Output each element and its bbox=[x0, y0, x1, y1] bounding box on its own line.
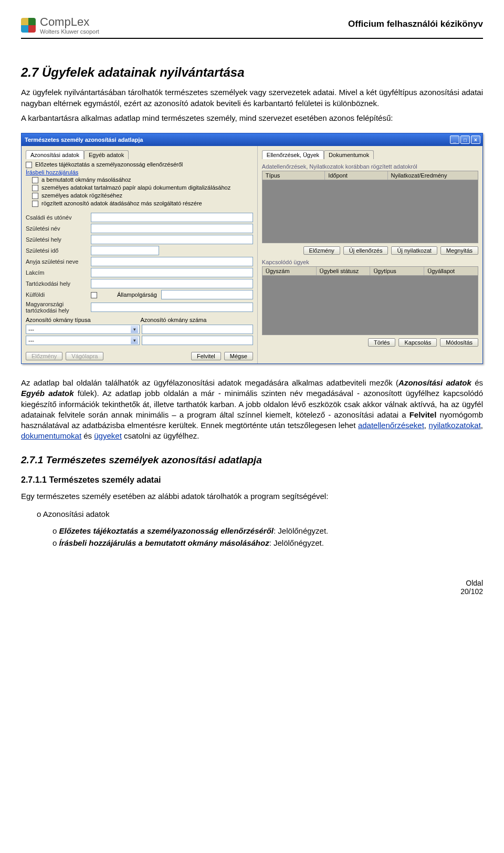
link-ugyeket[interactable]: ügyeket bbox=[94, 431, 122, 440]
txt: , bbox=[481, 421, 483, 430]
input-lakcim[interactable] bbox=[91, 268, 253, 277]
bullet-elozetes: Előzetes tájékoztatás a személyazonosság… bbox=[52, 526, 483, 535]
dd-okmanytipus-1[interactable]: ---▾ bbox=[26, 325, 140, 334]
txt-bold: Írásbeli hozzájárulás a bemutatott okmán… bbox=[59, 538, 269, 547]
sec27-p2: A karbantartásra alkalmas adatlap mind t… bbox=[21, 113, 483, 123]
tab-ellenorzesek[interactable]: Ellenőrzések, Ügyek bbox=[262, 150, 324, 159]
txt: Az adatlap bal oldalán találhatók az ügy… bbox=[21, 378, 398, 387]
chk4-label: rögzített azonosító adatok átadásához má… bbox=[41, 200, 202, 206]
page-header: CompLex Wolters Kluwer csoport Officium … bbox=[21, 16, 483, 39]
col-tipus[interactable]: Típus bbox=[262, 171, 325, 180]
page-footer: Oldal 20/102 bbox=[21, 579, 483, 596]
input-allampolg[interactable] bbox=[161, 290, 253, 299]
lbl-magytart: Magyarországi tartózkodási hely bbox=[26, 301, 89, 314]
chk-digitalizalas[interactable] bbox=[32, 185, 38, 191]
col-idopont[interactable]: Időpont bbox=[325, 171, 387, 180]
lbl-allampolg: Állampolgárság bbox=[117, 292, 159, 298]
chk-elozetes[interactable] bbox=[26, 162, 32, 168]
col-ugyszam[interactable]: Ügyszám bbox=[262, 267, 317, 275]
col-ugyallapot[interactable]: Ügyállapot bbox=[424, 267, 478, 275]
link-irasbeli[interactable]: Írásbeli hozzájárulás bbox=[26, 169, 253, 175]
lbl-szulhely: Születési hely bbox=[26, 236, 89, 243]
btn-elozmeny-left[interactable]: Előzmény bbox=[26, 352, 62, 360]
right-pane: Ellenőrzések, Ügyek Dokumentumok Adatell… bbox=[258, 146, 482, 363]
grid2-body[interactable] bbox=[262, 276, 478, 335]
footer-pagenum: 20/102 bbox=[21, 587, 483, 596]
link-nyilatkozatokat[interactable]: nyilatkozatokat bbox=[429, 421, 481, 430]
chevron-down-icon: ▾ bbox=[131, 326, 138, 333]
maximize-icon[interactable]: □ bbox=[460, 136, 470, 144]
section-2-7-1-title: 2.7.1 Természetes személyek azonosítási … bbox=[21, 454, 483, 466]
btn-elozmeny-right[interactable]: Előzmény bbox=[303, 246, 340, 255]
lbl-csaladi: Családi és utónév bbox=[26, 214, 89, 221]
complex-logo-icon bbox=[21, 18, 36, 33]
txt: : Jelölőnégyzet. bbox=[269, 538, 324, 547]
link-dokumentumokat[interactable]: dokumentumokat bbox=[21, 431, 81, 440]
xp-window: Természetes személy azonosítási adatlapj… bbox=[21, 133, 483, 364]
chk-rogzites[interactable] bbox=[32, 193, 38, 199]
col-ugytipus[interactable]: Ügytípus bbox=[370, 267, 424, 275]
minimize-icon[interactable]: _ bbox=[450, 136, 459, 144]
txt-bold: Azonosítási adatok bbox=[398, 378, 471, 387]
input-csaladi[interactable] bbox=[91, 213, 253, 222]
input-okmanyszam-1[interactable] bbox=[142, 325, 253, 334]
window-title: Természetes személy azonosítási adatlapj… bbox=[25, 137, 143, 143]
txt-bold: Felvitel bbox=[410, 410, 437, 419]
btn-modositas[interactable]: Módosítás bbox=[440, 338, 478, 347]
lbl-okmanytipus: Azonosító okmány típusa bbox=[26, 317, 138, 323]
grid1-body[interactable] bbox=[262, 180, 478, 243]
col-ugybeli[interactable]: Ügybeli státusz bbox=[317, 267, 371, 275]
window-titlebar[interactable]: Természetes személy azonosítási adatlapj… bbox=[22, 133, 482, 146]
left-footer: Előzmény Vágólapra Felvitel Mégse bbox=[26, 352, 253, 360]
btn-uj-ellenorzes[interactable]: Új ellenőrzés bbox=[343, 246, 388, 255]
grid1-head: Típus Időpont Nyilatkozat/Eredmény bbox=[262, 171, 478, 180]
input-szulnev[interactable] bbox=[91, 224, 253, 233]
btn-torles[interactable]: Törlés bbox=[368, 338, 396, 347]
dd-val-2: --- bbox=[28, 337, 34, 344]
col-nyilatkozat[interactable]: Nyilatkozat/Eredmény bbox=[388, 171, 478, 180]
input-magytart[interactable] bbox=[91, 303, 253, 312]
tab-egyeb[interactable]: Egyéb adatok bbox=[84, 150, 129, 159]
input-szulhely[interactable] bbox=[91, 235, 253, 244]
logo-block: CompLex Wolters Kluwer csoport bbox=[21, 16, 99, 35]
btn-kapcsolas[interactable]: Kapcsolás bbox=[398, 338, 437, 347]
btn-megse[interactable]: Mégse bbox=[224, 352, 253, 360]
chk-okm-masolas[interactable] bbox=[32, 177, 38, 183]
input-szulido[interactable] bbox=[91, 246, 159, 255]
logo-sub: Wolters Kluwer csoport bbox=[40, 28, 99, 35]
input-tart[interactable] bbox=[91, 279, 253, 288]
lbl-szulido: Születési idő bbox=[26, 247, 89, 254]
txt-bold: Egyéb adatok bbox=[21, 389, 74, 398]
lbl-anyja: Anyja születési neve bbox=[26, 258, 89, 265]
chk-atadas[interactable] bbox=[32, 201, 38, 207]
grid2-head: Ügyszám Ügybeli státusz Ügytípus Ügyálla… bbox=[262, 266, 478, 276]
lbl-szulnev: Születési név bbox=[26, 225, 89, 232]
chk-elozetes-label: Előzetes tájékoztatás a személyazonosság… bbox=[35, 161, 183, 168]
logo-main: CompLex bbox=[40, 16, 99, 28]
txt: csatolni az ügyfélhez. bbox=[122, 431, 200, 440]
btn-vagolapra[interactable]: Vágólapra bbox=[66, 352, 103, 360]
section-2-7-title: 2.7 Ügyfelek adatainak nyilvántartása bbox=[21, 65, 483, 80]
link-adatellenorzeseket[interactable]: adatellenőrzéseket bbox=[358, 421, 424, 430]
txt: és bbox=[81, 431, 94, 440]
dd-okmanytipus-2[interactable]: ---▾ bbox=[26, 336, 140, 345]
lbl-okmanyszama: Azonosító okmány száma bbox=[140, 317, 253, 323]
footer-oldal: Oldal bbox=[21, 579, 483, 587]
after-paragraph: Az adatlap bal oldalán találhatók az ügy… bbox=[21, 378, 483, 442]
close-icon[interactable]: × bbox=[471, 136, 480, 144]
lbl-kulfoldi: Külföldi bbox=[26, 292, 89, 298]
tab-azonositasi[interactable]: Azonosítási adatok bbox=[26, 150, 84, 159]
sec27-p1: Az ügyfelek nyilvántartásában tárolhatók… bbox=[21, 87, 483, 109]
chk-kulfoldi[interactable] bbox=[91, 292, 97, 298]
txt-bold: Előzetes tájékoztatás a személyazonosság… bbox=[59, 526, 274, 535]
txt: , bbox=[424, 421, 429, 430]
input-anyja[interactable] bbox=[91, 257, 253, 266]
doc-title: Officium felhasználói kézikönyv bbox=[348, 19, 483, 29]
input-okmanyszam-2[interactable] bbox=[142, 336, 253, 345]
bullet-irasbeli: Írásbeli hozzájárulás a bemutatott okmán… bbox=[52, 538, 483, 547]
btn-uj-nyilatkozat[interactable]: Új nyilatkozat bbox=[391, 246, 437, 255]
tab-dokumentumok[interactable]: Dokumentumok bbox=[324, 150, 374, 159]
btn-megnyitas[interactable]: Megnyitás bbox=[440, 246, 478, 255]
btn-felvitel[interactable]: Felvitel bbox=[191, 352, 221, 360]
bullet-azonositasi: Azonosítási adatok bbox=[37, 509, 483, 518]
